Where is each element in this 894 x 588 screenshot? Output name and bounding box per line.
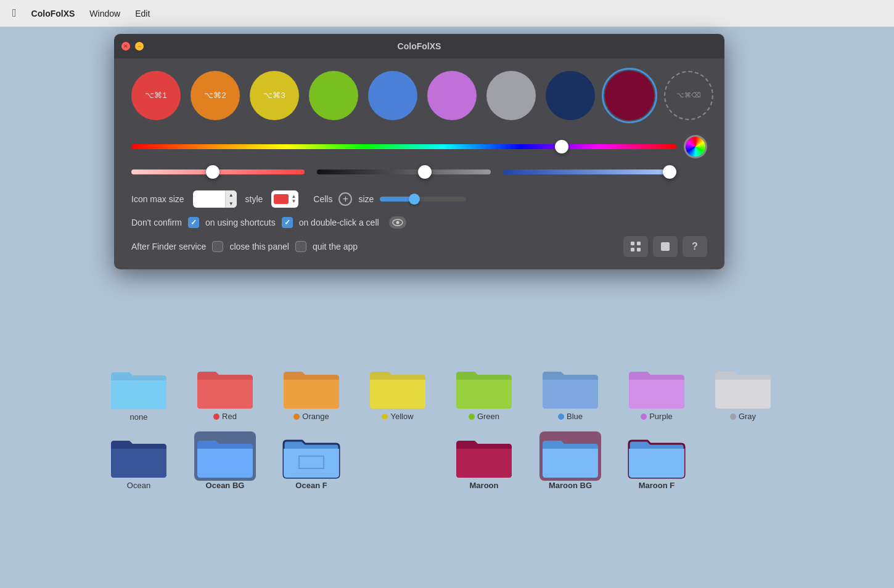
cells-add-button[interactable]: + <box>338 192 352 206</box>
window-menu[interactable]: Window <box>89 9 120 18</box>
folder-label-blue: Blue <box>558 412 583 422</box>
folder-item-ocean[interactable]: Ocean <box>96 427 182 495</box>
grid-icon <box>629 240 642 253</box>
r-slider-container[interactable] <box>131 165 305 179</box>
folder-none-icon <box>108 363 170 412</box>
rainbow-thumb[interactable] <box>555 140 568 153</box>
color-circle-5[interactable] <box>368 71 417 120</box>
style-down-arrow[interactable]: ▼ <box>291 199 296 204</box>
eye-button[interactable] <box>389 216 406 229</box>
g-track <box>317 169 490 174</box>
folder-item-yellow[interactable]: Yellow <box>355 357 441 427</box>
finder-row: After Finder service close this panel qu… <box>131 236 707 257</box>
titlebar: ✕ − ColoFolXS <box>114 34 724 59</box>
cells-size-track[interactable] <box>380 197 466 202</box>
folder-label-ocean-bg: Ocean BG <box>206 481 245 490</box>
close-button[interactable]: ✕ <box>121 42 130 51</box>
cells-label: Cells <box>313 194 332 204</box>
size-stepper-down[interactable]: ▼ <box>226 199 237 208</box>
folder-label-ocean: Ocean <box>127 481 150 490</box>
g-thumb[interactable] <box>418 165 432 179</box>
folder-item-green[interactable]: Green <box>441 357 527 427</box>
folder-item-blue[interactable]: Blue <box>527 357 613 427</box>
folder-maroon-f-icon <box>626 431 687 481</box>
circle-label-1: ⌥⌘1 <box>145 91 166 100</box>
folder-row-2: Ocean Ocean BG Ocean F <box>96 427 786 495</box>
controls-row: Icon max size 512 ▲ ▼ style ▲ ▼ Cells + <box>131 190 707 208</box>
color-circle-2[interactable]: ⌥⌘2 <box>191 71 240 120</box>
b-slider-container[interactable] <box>503 165 676 179</box>
color-circle-3[interactable]: ⌥⌘3 <box>250 71 299 120</box>
window-body: ⌥⌘1 ⌥⌘2 ⌥⌘3 <box>114 59 724 269</box>
menubar:  ColoFolXS Window Edit <box>0 0 894 27</box>
icon-max-size-input[interactable]: 512 <box>193 190 225 208</box>
r-thumb[interactable] <box>206 165 219 179</box>
svg-rect-2 <box>631 242 634 245</box>
quit-app-checkbox[interactable] <box>295 241 306 252</box>
folder-maroon-icon <box>453 431 515 481</box>
apple-menu[interactable]:  <box>12 7 17 20</box>
app-name[interactable]: ColoFolXS <box>31 9 75 18</box>
circle-label-2: ⌥⌘2 <box>204 91 226 100</box>
color-circle-7[interactable] <box>486 71 536 120</box>
shortcuts-checkbox[interactable] <box>188 217 199 228</box>
edit-menu[interactable]: Edit <box>135 9 150 18</box>
color-circle-empty[interactable]: ⌥⌘⌫ <box>664 71 713 120</box>
folder-item-orange[interactable]: Orange <box>268 357 355 427</box>
folder-red-icon <box>194 362 256 412</box>
color-circle-9[interactable] <box>605 71 654 120</box>
minimize-button[interactable]: − <box>135 42 144 51</box>
folder-label-ocean-f: Ocean F <box>295 481 327 490</box>
color-circle-4[interactable] <box>309 71 358 120</box>
folder-orange-icon <box>281 362 342 412</box>
icon-max-size-input-group: 512 ▲ ▼ <box>193 190 237 208</box>
folder-gray-icon <box>712 362 774 412</box>
folder-row-1: none Red Orange <box>96 357 786 427</box>
color-wheel-button[interactable] <box>684 135 707 158</box>
size-stepper-up[interactable]: ▲ <box>226 190 237 199</box>
style-picker[interactable]: ▲ ▼ <box>271 190 298 208</box>
folder-label-maroon-f: Maroon F <box>639 481 675 490</box>
folder-blue-icon <box>539 362 601 412</box>
folder-item-none[interactable]: none <box>96 358 182 427</box>
folder-item-maroon[interactable]: Maroon <box>441 427 527 495</box>
after-finder-label: After Finder service <box>131 242 206 251</box>
folder-label-maroon: Maroon <box>470 481 499 490</box>
folder-yellow-icon <box>367 362 429 412</box>
eye-icon <box>392 219 403 226</box>
g-slider-container[interactable] <box>317 165 490 179</box>
square-button[interactable] <box>653 236 678 257</box>
circle-label-empty: ⌥⌘⌫ <box>676 91 701 99</box>
b-thumb[interactable] <box>663 165 676 179</box>
folder-label-orange: Orange <box>293 412 329 422</box>
svg-rect-6 <box>661 242 670 251</box>
folder-item-maroon-bg[interactable]: Maroon BG <box>527 427 613 495</box>
folder-item-ocean-bg[interactable]: Ocean BG <box>182 427 268 495</box>
folder-label-yellow: Yellow <box>382 412 413 422</box>
size-stepper: ▲ ▼ <box>225 190 237 208</box>
color-circle-8[interactable] <box>546 71 595 120</box>
sliders-section <box>131 135 707 179</box>
grid-view-button[interactable] <box>623 236 648 257</box>
help-button[interactable]: ? <box>683 236 707 257</box>
folder-item-gray[interactable]: Gray <box>700 357 786 427</box>
dont-confirm-row: Don't confirm on using shortcuts on doub… <box>131 216 707 229</box>
folder-label-none: none <box>130 412 148 422</box>
folder-item-ocean-f[interactable]: Ocean F <box>268 427 355 495</box>
folder-item-purple[interactable]: Purple <box>613 357 700 427</box>
quit-app-label: quit the app <box>313 242 358 251</box>
color-circle-1[interactable]: ⌥⌘1 <box>131 71 181 120</box>
main-window: ✕ − ColoFolXS ⌥⌘1 ⌥⌘2 ⌥⌘3 <box>114 34 724 269</box>
cells-size-thumb[interactable] <box>409 194 420 205</box>
close-panel-checkbox[interactable] <box>212 241 223 252</box>
folder-item-maroon-f[interactable]: Maroon F <box>613 427 700 495</box>
color-circle-6[interactable] <box>427 71 477 120</box>
cells-group: Cells + size <box>313 192 466 206</box>
rainbow-slider-track[interactable] <box>131 142 676 151</box>
folder-green-icon <box>453 362 515 412</box>
folder-label-maroon-bg: Maroon BG <box>549 481 592 490</box>
folder-label-red: Red <box>213 412 237 422</box>
folder-item-red[interactable]: Red <box>182 357 268 427</box>
bottom-section: none Red Orange <box>96 357 786 495</box>
double-click-checkbox[interactable] <box>282 217 293 228</box>
